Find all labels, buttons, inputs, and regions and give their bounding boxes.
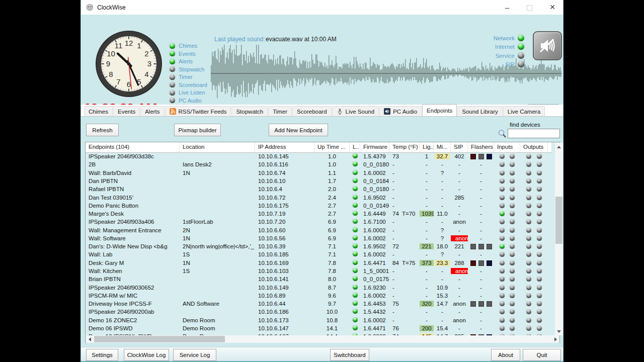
- cell-flashers: -: [468, 309, 494, 315]
- cell-temp: 72: [389, 243, 420, 249]
- minimize-button[interactable]: –: [497, 0, 518, 15]
- cell-inputs: [494, 293, 520, 298]
- service-log-button[interactable]: Service Log: [173, 349, 216, 361]
- tab-scoreboard[interactable]: Scoreboard: [292, 106, 331, 116]
- table-row[interactable]: Demo 16 ZONEC2Demo Room10.10.6.17310.81.…: [86, 316, 551, 324]
- table-row[interactable]: Wall: Software1N10.10.6.566.91.6.0002--?…: [86, 234, 551, 242]
- cell-link-led: [350, 260, 360, 266]
- cell-mic: ?: [434, 227, 451, 233]
- column-header-9[interactable]: SIP: [451, 142, 468, 152]
- mute-button[interactable]: [533, 31, 562, 60]
- cell-outputs-led-icon: [537, 260, 542, 265]
- table-row[interactable]: IPSCM-RM w/ MIC10.10.6.899.61.6.0002--15…: [86, 292, 551, 300]
- net-item-network: Network: [467, 35, 524, 41]
- table-row[interactable]: Dan's: D-Wide New Disp <b&g2N|north wing…: [86, 242, 551, 250]
- column-header-2[interactable]: IP Address: [255, 142, 314, 152]
- cell-outputs-led-icon: [526, 277, 531, 282]
- svg-text:3: 3: [147, 59, 151, 68]
- cell-temp: -: [389, 219, 420, 225]
- column-header-0[interactable]: Endpoints (104): [86, 142, 180, 152]
- cell-firmware: 1.6.7100: [360, 219, 389, 225]
- cell-inputs: [494, 228, 520, 233]
- table-rows: IPSpeaker 2046f903d38c10.10.6.1451.01.5.…: [86, 152, 551, 336]
- tab-stopwatch[interactable]: Stopwatch: [231, 106, 268, 116]
- cell-mic: -: [434, 317, 451, 323]
- add-new-endpoint-button[interactable]: Add New Endpoint: [269, 124, 328, 136]
- tab-sound-library[interactable]: Sound Library: [457, 106, 503, 116]
- status-led-icon: [170, 82, 175, 87]
- tab-alerts[interactable]: Alerts: [140, 106, 164, 116]
- horizontal-scroll-thumb[interactable]: [94, 336, 225, 342]
- cell-inputs-led-icon: [510, 318, 515, 323]
- search-icon: [498, 129, 507, 138]
- net-item-service: Service: [467, 52, 524, 59]
- tab-live-sound[interactable]: Live Sound: [332, 106, 379, 116]
- column-header-5[interactable]: Firmware: [360, 142, 389, 152]
- about-button[interactable]: About: [491, 349, 520, 361]
- switchboard-button[interactable]: Switchboard: [330, 349, 369, 361]
- tab-endpoints[interactable]: Endpoints: [422, 104, 457, 116]
- column-header-12[interactable]: Outputs: [520, 142, 548, 152]
- refresh-button[interactable]: Refresh: [86, 124, 119, 136]
- table-row[interactable]: Rafael IPBTN10.10.6.42.00_0_0180-----: [86, 185, 551, 193]
- cell-location: 1N: [180, 260, 255, 266]
- table-row[interactable]: Dan Test 039015'10.10.6.722.41.6.9502---…: [86, 193, 551, 201]
- cell-ip-address: 10.10.6.141: [255, 276, 314, 282]
- cell-up-time: 7.8: [314, 260, 350, 266]
- vertical-scroll-thumb[interactable]: [555, 197, 562, 244]
- column-header-4[interactable]: L..: [350, 142, 360, 152]
- column-header-6[interactable]: Temp (°F): [389, 142, 420, 152]
- cell-outputs-led-icon: [537, 211, 542, 216]
- close-button[interactable]: ×: [542, 0, 563, 15]
- scroll-right-button[interactable]: [552, 335, 559, 343]
- cell-location: 2N|north wing|office|</td>,'_: [180, 243, 255, 249]
- table-row[interactable]: Marge's Desk10.10.7.192.71.6.444974 T=70…: [86, 210, 551, 218]
- column-header-1[interactable]: Location: [180, 142, 255, 152]
- find-devices-input[interactable]: [508, 129, 560, 138]
- cell-endpoint-name: Wall: Software: [86, 235, 180, 241]
- tab-live-camera[interactable]: Live Camera: [503, 106, 545, 116]
- tab-events[interactable]: Events: [113, 106, 140, 116]
- cell-outputs: [520, 178, 548, 184]
- table-row[interactable]: IPSpeaker 2046f903a4061stFloorLab10.10.7…: [86, 218, 551, 226]
- table-row[interactable]: Wall: Barb/David1N10.10.6.741.11.6.0002-…: [86, 169, 551, 177]
- tab-chimes[interactable]: Chimes: [84, 106, 113, 116]
- quit-button[interactable]: Quit: [523, 349, 561, 361]
- status-led-list: ChimesEventsAlertsStopwatchTimerScoreboa…: [170, 43, 207, 111]
- table-row[interactable]: 2BIans Desk210.10.6.1161.00_0_0180-----: [86, 160, 551, 168]
- column-header-10[interactable]: Flashers: [468, 142, 494, 152]
- horizontal-scrollbar[interactable]: [86, 335, 559, 343]
- clockwise-log-button[interactable]: ClockWise Log: [124, 349, 169, 361]
- table-row[interactable]: IPSpeaker 2046f903d38c10.10.6.1451.01.5.…: [86, 152, 551, 160]
- pixmap-builder-button[interactable]: Pixmap builder: [174, 124, 221, 136]
- table-row[interactable]: Demo 06 IPSWDDemo Room10.10.6.14714.11.6…: [86, 324, 551, 332]
- column-header-8[interactable]: Mi...: [434, 142, 451, 152]
- cell-inputs-led-icon: [500, 260, 505, 265]
- table-row[interactable]: Wall: Management Entrance2N10.10.6.606.9…: [86, 226, 551, 234]
- scroll-up-button[interactable]: [555, 143, 563, 151]
- table-row[interactable]: IPSpeaker 2046f903065210.10.6.1498.71.6.…: [86, 283, 551, 291]
- vertical-scrollbar[interactable]: [555, 143, 563, 335]
- table-row[interactable]: Desk: Gary M1N10.10.6.1697.81.6.447184 T…: [86, 259, 551, 267]
- table-row[interactable]: Driveway Hose IPCSS-FAND Software10.10.6…: [86, 300, 551, 308]
- column-header-11[interactable]: Inputs: [494, 142, 520, 152]
- column-header-7[interactable]: Lig...: [420, 142, 434, 152]
- table-row[interactable]: Dan IPBTN10.10.6.101.70_0_0184-----: [86, 177, 551, 185]
- scroll-left-button[interactable]: [86, 335, 94, 343]
- table-row[interactable]: Demo Panic Button10.10.6.1752.70_0_0149-…: [86, 202, 551, 210]
- table-row[interactable]: Wall: Lab1S10.10.6.1857.11.6.0002--?--: [86, 250, 551, 258]
- cell-endpoint-name: Demo 16 ZONEC2: [86, 317, 180, 323]
- cell-inputs: [494, 252, 520, 257]
- cell-light: -: [420, 235, 434, 241]
- cell-flashers: -: [468, 325, 494, 331]
- settings-button[interactable]: Settings: [86, 349, 118, 361]
- scroll-down-button[interactable]: [555, 327, 563, 335]
- table-row[interactable]: Wall: Kitchen1S10.10.6.1037.81_5_0001---…: [86, 267, 551, 275]
- table-row[interactable]: IPSpeaker 2046f90200ab10.10.6.18610.01.5…: [86, 308, 551, 316]
- tab-timer[interactable]: Timer: [268, 106, 292, 116]
- tab-rss-twitter-feeds[interactable]: RSS/Twitter Feeds: [165, 106, 231, 116]
- tab-pc-audio[interactable]: PC Audio: [379, 106, 422, 116]
- table-row[interactable]: Brian IPBTN10.10.6.1418.00_0_0175-----: [86, 275, 551, 283]
- column-header-3[interactable]: Up Time ...: [314, 142, 350, 152]
- maximize-button[interactable]: [519, 0, 540, 15]
